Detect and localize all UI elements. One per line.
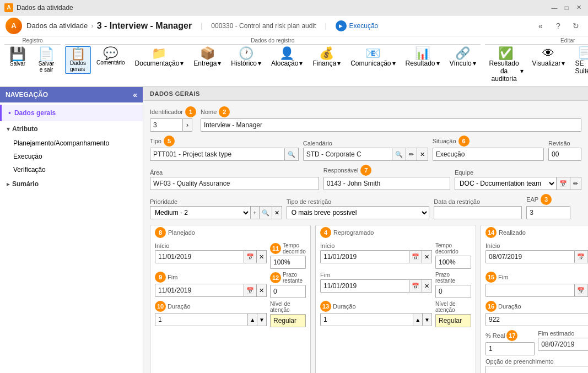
field-tipo-restricao: Tipo de restrição O mais breve possível [287,198,430,219]
planejado-duracao-down[interactable]: ▼ [257,313,267,326]
vinculo-button[interactable]: 🔗 Vínculo▾ [445,46,481,74]
reprogramado-inicio-input[interactable] [320,250,409,263]
realizado-opcao-select[interactable] [485,366,588,373]
realizado-fim-cal-button[interactable]: 📅 [575,284,587,297]
prioridade-clear-button[interactable]: ✕ [272,206,282,219]
sidebar-collapse-button[interactable]: « [133,90,137,99]
sidebar-item-dados-gerais[interactable]: • Dados gerais [0,105,143,121]
eap-input[interactable] [526,206,570,219]
close-button[interactable]: ✕ [574,3,584,13]
visualizar-button[interactable]: 👁 Visualizar▾ [528,46,570,84]
exec-button[interactable]: ▶ Execução [336,20,379,31]
sidebar-atributo-group[interactable]: ▾ Atributo [0,121,143,137]
sidebar-item-execucao[interactable]: Execução [0,150,143,163]
planejado-fim-input[interactable] [155,284,244,297]
realizado-fim-estimado-field: Fim estimado [538,330,588,355]
titlebar-controls[interactable]: — □ ✕ [549,3,584,13]
planejado-inicio-input[interactable] [155,250,244,263]
planejado-inicio-clear-button[interactable]: ✕ [257,250,267,263]
sidebar-item-planejamento[interactable]: Planejamento/Acompanhamento [0,137,143,150]
planejado-prazo-input[interactable] [270,285,306,298]
prioridade-add-button[interactable]: + [251,206,259,219]
reprogramado-fim-input[interactable] [320,279,409,293]
se-suite-button[interactable]: 📑 SE Suite▾ [570,46,588,84]
identificador-next-button[interactable]: › [183,118,192,132]
equipe-calendar-button[interactable]: 📅 [557,177,570,190]
calendario-edit-button[interactable]: ✏ [406,148,417,161]
reprogramado-nivel-input[interactable] [435,314,471,327]
historico-button[interactable]: 🕐 Histórico▾ [226,46,266,74]
sidebar-sumario-group[interactable]: ▸ Sumário [0,176,143,192]
reprogramado-inicio-clear-button[interactable]: ✕ [422,250,432,263]
equipe-select[interactable]: DOC - Documentation team [455,177,557,190]
sidebar-item-verificacao[interactable]: Verificação [0,163,143,176]
entrega-button[interactable]: 📦 Entrega▾ [189,46,225,74]
planejado-fim-cal-button[interactable]: 📅 [244,284,257,297]
resultado-button[interactable]: 📊 Resultado▾ [401,46,444,74]
calendario-clear-button[interactable]: ✕ [417,148,428,161]
planejado-section: 8 Planejado Início 📅 [150,225,311,373]
realizado-fim-input[interactable] [485,284,575,297]
salvar-sair-button[interactable]: 📄 Salvar e sair [32,46,61,74]
salvar-sair-icon: 📄 [38,47,55,61]
reprogramado-duracao-up[interactable]: ▲ [413,313,423,326]
planejado-inicio-cal-button[interactable]: 📅 [244,250,257,263]
alocacao-label: Alocação [271,60,298,67]
tipo-input-group: 🔍 [150,148,299,161]
comentario-button[interactable]: 💬 Comentário [92,46,130,74]
dados-gerais-button[interactable]: 📋 Dados gerais [65,46,91,74]
comunicacao-label: Comunicação [350,60,391,67]
tipo-restricao-select[interactable]: O mais breve possível [287,206,430,219]
nome-input[interactable] [201,118,581,132]
planejado-duracao-input[interactable] [155,313,248,326]
alocacao-button[interactable]: 👤 Alocação▾ [267,46,307,74]
responsavel-input[interactable] [323,177,450,190]
field-revisao: Revisão [548,140,581,161]
tipo-search-button[interactable]: 🔍 [285,148,299,161]
resultado-auditoria-icon: ✅ [498,47,513,60]
calendario-search-button[interactable]: 🔍 [392,148,406,161]
realizado-fim-estimado-input[interactable] [538,338,588,351]
header-right-controls[interactable]: « ? ↻ [534,19,582,33]
collapse-button[interactable]: « [534,19,547,33]
minimize-button[interactable]: — [549,3,559,13]
refresh-button[interactable]: ↻ [569,19,582,33]
help-button[interactable]: ? [552,19,565,33]
identificador-input[interactable] [150,118,183,132]
documentacao-button[interactable]: 📁 Documentação▾ [131,46,188,74]
tipo-restricao-input-group: O mais breve possível [287,206,430,219]
reprogramado-inicio-cal-button[interactable]: 📅 [409,250,422,263]
revisao-input[interactable] [548,148,581,161]
situacao-input[interactable] [433,148,544,161]
planejado-tempo-input[interactable] [270,256,306,269]
planejado-fim-clear-button[interactable]: ✕ [257,284,267,297]
reprogramado-duracao-input[interactable] [320,313,413,326]
realizado-inicio-input[interactable] [485,250,575,263]
maximize-button[interactable]: □ [562,3,571,13]
reprogramado-duracao-down[interactable]: ▼ [423,313,432,326]
prioridade-select[interactable]: Medium - 2 [150,206,251,219]
realizado-perc-input[interactable] [485,342,535,355]
reprogramado-fim-cal-button[interactable]: 📅 [409,279,422,293]
area-input[interactable] [150,177,319,190]
planejado-duracao-up[interactable]: ▲ [248,313,257,326]
reprogramado-prazo-input[interactable] [435,285,471,298]
realizado-duracao-input[interactable] [485,313,588,326]
equipe-edit-button[interactable]: ✏ [570,177,581,190]
tipo-input[interactable] [150,148,285,161]
resultado-auditoria-button[interactable]: ✅ Resultado da auditoria▾ [485,46,527,84]
reprogramado-tempo-input[interactable] [435,256,471,269]
planejado-nivel-input[interactable] [270,314,306,327]
calendario-input[interactable] [303,148,392,161]
row-prioridade-restricao-eap: Prioridade Medium - 2 + 🔍 ✕ Tipo de rest… [150,194,581,219]
field-situacao: Situação 6 [433,136,544,161]
prioridade-search-button[interactable]: 🔍 [260,206,272,219]
toolbar-editar-items: ✅ Resultado da auditoria▾ 👁 Visualizar▾ … [485,46,588,84]
reprogramado-fim-clear-button[interactable]: ✕ [422,279,432,293]
salvar-button[interactable]: 💾 Salvar [4,46,31,74]
comunicacao-button[interactable]: 📧 Comunicação▾ [346,46,400,74]
identificador-label-row: Identificador 1 [150,106,196,117]
financa-button[interactable]: 💰 Finança▾ [308,46,345,74]
realizado-inicio-cal-button[interactable]: 📅 [575,250,587,263]
data-restricao-input[interactable] [434,206,522,219]
